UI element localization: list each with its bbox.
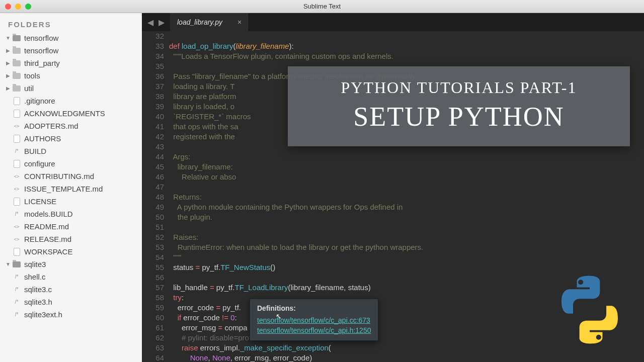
folder-item[interactable]: ▶tools bbox=[3, 69, 139, 82]
twisty-icon[interactable]: ▼ bbox=[5, 35, 11, 41]
source-file-icon bbox=[12, 273, 21, 282]
line-number: 56 bbox=[142, 273, 164, 283]
folder-item[interactable]: ▶tensorflow bbox=[3, 44, 139, 57]
file-item[interactable]: RELEASE.md bbox=[3, 233, 139, 245]
item-label: sqlite3.c bbox=[24, 285, 52, 294]
item-label: README.md bbox=[24, 222, 69, 231]
sidebar-header: FOLDERS bbox=[0, 13, 142, 32]
definition-link[interactable]: tensorflow/tensorflow/c/c_api.h:1250 bbox=[257, 325, 371, 335]
code-line[interactable]: RuntimeError: when unable to load the li… bbox=[169, 242, 644, 252]
folder-item[interactable]: ▶third_party bbox=[3, 57, 139, 69]
code-line[interactable]: the plugin. bbox=[169, 212, 644, 222]
twisty-icon[interactable]: ▶ bbox=[5, 48, 11, 53]
item-label: RELEASE.md bbox=[24, 235, 71, 243]
folder-tree: ▼tensorflow▶tensorflow▶third_party▶tools… bbox=[0, 32, 142, 326]
markdown-file-icon bbox=[12, 222, 21, 231]
code-line[interactable]: Raises: bbox=[169, 232, 644, 242]
file-item[interactable]: CONTRIBUTING.md bbox=[3, 170, 139, 183]
file-item[interactable]: sqlite3ext.h bbox=[3, 308, 139, 321]
file-item[interactable]: LICENSE bbox=[3, 195, 139, 208]
item-label: CONTRIBUTING.md bbox=[24, 172, 94, 180]
line-number: 52 bbox=[142, 232, 164, 242]
markdown-file-icon bbox=[12, 172, 21, 181]
minimize-window-button[interactable] bbox=[15, 4, 21, 10]
definitions-popup-title: Definitions: bbox=[257, 303, 371, 313]
file-icon bbox=[12, 247, 21, 256]
file-item[interactable]: .gitignore bbox=[3, 95, 139, 107]
code-line[interactable]: def load_op_library(library_filename): bbox=[169, 41, 644, 51]
maximize-window-button[interactable] bbox=[25, 4, 31, 10]
tutorial-title-card: PYTHON TUTORIALS PART-1 SETUP PYTHON bbox=[288, 66, 630, 146]
code-line[interactable]: status = py_tf.TF_NewStatus() bbox=[169, 262, 644, 273]
line-number: 58 bbox=[142, 293, 164, 303]
twisty-icon[interactable]: ▶ bbox=[5, 60, 11, 66]
python-logo-icon bbox=[554, 275, 625, 345]
line-number: 47 bbox=[142, 182, 164, 192]
file-icon bbox=[12, 109, 21, 118]
folder-icon bbox=[12, 84, 21, 93]
file-item[interactable]: configure bbox=[3, 157, 139, 170]
tab-bar: ◀ ▶ load_library.py × bbox=[142, 13, 644, 31]
item-label: third_party bbox=[24, 59, 60, 67]
tab-label: load_library.py bbox=[177, 18, 222, 26]
item-label: ADOPTERS.md bbox=[24, 122, 78, 130]
item-label: AUTHORS bbox=[24, 134, 61, 143]
line-number: 48 bbox=[142, 192, 164, 202]
line-number: 50 bbox=[142, 212, 164, 222]
definition-link[interactable]: tensorflow/tensorflow/c/c_api.cc:673 bbox=[257, 315, 371, 325]
close-window-button[interactable] bbox=[5, 4, 11, 10]
file-item[interactable]: sqlite3.c bbox=[3, 283, 139, 296]
code-line[interactable] bbox=[169, 31, 644, 41]
file-item[interactable]: WORKSPACE bbox=[3, 245, 139, 258]
code-line[interactable]: None, None, error_msg, error_code) bbox=[169, 353, 644, 362]
nav-back-icon[interactable]: ◀ bbox=[147, 18, 153, 27]
file-item[interactable]: ADOPTERS.md bbox=[3, 120, 139, 132]
line-number: 33 bbox=[142, 41, 164, 51]
file-item[interactable]: models.BUILD bbox=[3, 208, 139, 220]
file-item[interactable]: ACKNOWLEDGMENTS bbox=[3, 107, 139, 120]
item-label: util bbox=[24, 84, 34, 93]
code-line[interactable] bbox=[169, 222, 644, 232]
line-number: 35 bbox=[142, 61, 164, 71]
item-label: BUILD bbox=[24, 147, 46, 155]
item-label: sqlite3 bbox=[24, 260, 46, 268]
code-line[interactable]: """ bbox=[169, 252, 644, 262]
item-label: shell.c bbox=[24, 273, 46, 281]
twisty-icon[interactable]: ▶ bbox=[5, 73, 11, 78]
folder-icon bbox=[12, 71, 21, 80]
folder-icon bbox=[12, 260, 21, 269]
markdown-file-icon bbox=[12, 235, 21, 244]
code-line[interactable]: Args: bbox=[169, 152, 644, 162]
code-line[interactable]: A python module containing the Python wr… bbox=[169, 202, 644, 212]
code-line[interactable] bbox=[169, 182, 644, 192]
folder-item[interactable]: ▼tensorflow bbox=[3, 32, 139, 44]
line-number: 60 bbox=[142, 313, 164, 323]
definitions-popup: Definitions: tensorflow/tensorflow/c/c_a… bbox=[250, 299, 378, 341]
file-item[interactable]: sqlite3.h bbox=[3, 296, 139, 308]
file-item[interactable]: README.md bbox=[3, 220, 139, 233]
code-line[interactable]: Returns: bbox=[169, 192, 644, 202]
folder-item[interactable]: ▶util bbox=[3, 82, 139, 95]
line-number: 63 bbox=[142, 343, 164, 353]
file-item[interactable]: ISSUE_TEMPLATE.md bbox=[3, 183, 139, 195]
twisty-icon[interactable]: ▶ bbox=[5, 85, 11, 91]
line-number: 32 bbox=[142, 31, 164, 41]
line-number: 49 bbox=[142, 202, 164, 212]
file-item[interactable]: AUTHORS bbox=[3, 132, 139, 145]
code-line[interactable]: """Loads a TensorFlow plugin, containing… bbox=[169, 51, 644, 61]
twisty-icon[interactable]: ▼ bbox=[5, 261, 11, 267]
code-line[interactable]: library_filename: bbox=[169, 162, 644, 172]
code-line[interactable]: Relative or abso bbox=[169, 172, 644, 182]
folder-item[interactable]: ▼sqlite3 bbox=[3, 258, 139, 270]
file-item[interactable]: shell.c bbox=[3, 270, 139, 283]
file-item[interactable]: BUILD bbox=[3, 145, 139, 157]
item-label: tools bbox=[24, 71, 40, 80]
line-number: 36 bbox=[142, 71, 164, 81]
line-number: 46 bbox=[142, 172, 164, 182]
nav-forward-icon[interactable]: ▶ bbox=[158, 18, 165, 27]
window-title: Sublime Text bbox=[0, 3, 644, 10]
file-tab[interactable]: load_library.py × bbox=[170, 13, 249, 31]
close-tab-icon[interactable]: × bbox=[237, 18, 242, 26]
line-number: 37 bbox=[142, 81, 164, 92]
window-titlebar: Sublime Text bbox=[0, 0, 644, 13]
